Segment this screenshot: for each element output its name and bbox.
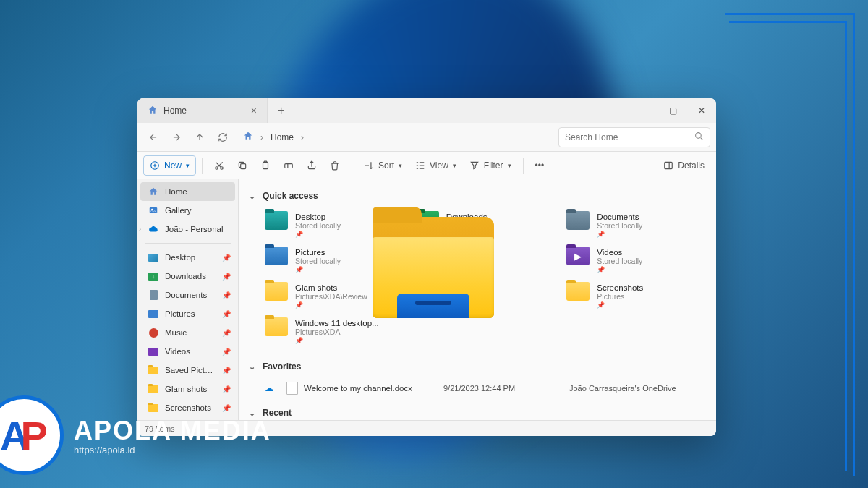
sidebar-item-gallery[interactable]: Gallery (137, 201, 238, 220)
breadcrumb[interactable]: › Home › (236, 131, 311, 143)
sidebar-item-jo-o-personal[interactable]: ›João - Personal (137, 220, 238, 239)
quick-access-videos[interactable]: ▶VideosStored locally📌 (566, 245, 706, 276)
section-recent[interactable]: ⌄ Recent (249, 403, 706, 420)
section-quick-access[interactable]: ⌄ Quick access (249, 187, 706, 205)
back-button[interactable] (143, 127, 163, 147)
home-icon (148, 186, 159, 197)
window-controls: — ▢ ✕ (629, 98, 716, 123)
file-row[interactable]: ☁Welcome to my channel.docx9/21/2023 12:… (265, 379, 706, 398)
pin-icon: 📌 (222, 348, 231, 356)
sidebar-item-desktop[interactable]: Desktop📌 (137, 248, 238, 267)
close-window-button[interactable]: ✕ (687, 98, 716, 123)
sidebar-item-music[interactable]: Music📌 (137, 323, 238, 342)
tab-label: Home (163, 106, 187, 116)
onedrive-icon (148, 223, 159, 235)
watermark-url: https://apola.id (74, 445, 271, 455)
search-icon (694, 132, 704, 143)
sidebar: HomeGallery›João - PersonalDesktop📌↓Down… (137, 179, 239, 420)
file-explorer-logo-icon (373, 217, 494, 318)
svg-point-2 (216, 166, 218, 169)
watermark-brand: APOLA MEDIA (74, 416, 271, 446)
rename-button[interactable] (278, 155, 299, 176)
pin-icon: 📌 (597, 266, 642, 273)
sidebar-item-documents[interactable]: Documents📌 (137, 286, 238, 304)
more-button[interactable]: ••• (529, 155, 550, 176)
cut-button[interactable] (208, 155, 230, 176)
sidebar-item-label: Gallery (165, 206, 191, 215)
qa-subtitle: Stored locally (295, 221, 341, 230)
qa-title: Glam shots (295, 283, 367, 292)
sidebar-item-label: Saved Pictures (165, 366, 216, 374)
music-icon (148, 327, 159, 338)
new-button[interactable]: New ▾ (143, 155, 196, 176)
pin-icon: 📌 (222, 254, 231, 262)
quick-access-documents[interactable]: DocumentsStored locally📌 (566, 210, 706, 241)
paste-button[interactable] (255, 155, 276, 176)
pin-icon: 📌 (222, 273, 231, 281)
quick-access-windows-desktop-[interactable]: Windows 11 desktop...Pictures\XDA📌 (265, 316, 404, 347)
toolbar: New ▾ Sort ▾ View ▾ Filter ▾ ••• (137, 152, 716, 179)
section-favorites[interactable]: ⌄ Favorites (249, 357, 706, 376)
sidebar-item-saved-pictures[interactable]: Saved Pictures📌 (137, 361, 238, 380)
cloud-icon: ☁ (265, 383, 284, 393)
share-button[interactable] (301, 155, 323, 176)
quick-access-screenshots[interactable]: ScreenshotsPictures📌 (566, 281, 706, 312)
pin-icon: 📌 (222, 291, 231, 299)
downloads-icon: ↓ (148, 270, 159, 282)
folder-icon (265, 247, 288, 265)
sort-button[interactable]: Sort ▾ (358, 155, 408, 176)
folder-icon (265, 282, 288, 301)
svg-rect-7 (285, 163, 293, 168)
qa-subtitle: Stored locally (295, 257, 341, 265)
copy-button[interactable] (231, 155, 253, 176)
svg-point-3 (221, 166, 224, 169)
qa-title: Pictures (295, 248, 341, 257)
documents-icon (148, 289, 159, 301)
sidebar-item-label: Glam shots (165, 385, 207, 393)
filter-button[interactable]: Filter ▾ (464, 155, 517, 176)
pin-icon: 📌 (222, 367, 231, 374)
close-tab-icon[interactable]: × (251, 105, 257, 116)
forward-button[interactable] (166, 127, 187, 147)
qa-title: Desktop (295, 213, 341, 221)
sidebar-item-pictures[interactable]: Pictures📌 (137, 304, 238, 323)
minimize-button[interactable]: — (629, 98, 658, 123)
qa-title: Videos (597, 248, 642, 257)
home-icon (243, 131, 253, 143)
qa-subtitle: Stored locally (597, 257, 642, 265)
up-button[interactable] (190, 127, 210, 147)
folder-icon (148, 383, 159, 395)
details-button[interactable]: Details (658, 155, 710, 176)
breadcrumb-home[interactable]: Home (271, 132, 294, 142)
sidebar-item-label: Pictures (165, 309, 195, 318)
refresh-button[interactable] (213, 127, 233, 147)
sidebar-item-home[interactable]: Home (140, 182, 235, 201)
sidebar-item-label: Music (165, 328, 187, 337)
chevron-right-icon: › (260, 132, 263, 142)
search-box[interactable] (558, 127, 710, 147)
sidebar-item-label: Downloads (165, 272, 206, 281)
view-button[interactable]: View ▾ (409, 155, 462, 176)
sidebar-item-videos[interactable]: Videos📌 (137, 342, 238, 361)
tab-home[interactable]: Home × (137, 98, 268, 123)
qa-subtitle: Pictures\XDA\Review (295, 292, 367, 301)
delete-button[interactable] (324, 155, 346, 176)
desktop-icon (148, 252, 159, 263)
qa-title: Screenshots (597, 283, 643, 292)
sidebar-item-label: João - Personal (165, 225, 224, 234)
svg-rect-4 (241, 163, 246, 168)
search-input[interactable] (565, 132, 690, 142)
chevron-right-icon: › (301, 132, 304, 142)
qa-title: Windows 11 desktop... (295, 319, 379, 328)
file-name: Welcome to my channel.docx (304, 384, 441, 393)
sidebar-item-downloads[interactable]: ↓Downloads📌 (137, 267, 238, 286)
folder-icon (566, 282, 590, 301)
pin-icon: 📌 (222, 385, 231, 393)
pin-icon: 📌 (222, 310, 231, 318)
address-bar: › Home › (137, 123, 716, 152)
titlebar: Home × + — ▢ ✕ (137, 98, 716, 123)
svg-point-10 (151, 209, 153, 210)
maximize-button[interactable]: ▢ (658, 98, 687, 123)
new-tab-button[interactable]: + (268, 98, 294, 123)
qa-subtitle: Stored locally (597, 221, 642, 230)
